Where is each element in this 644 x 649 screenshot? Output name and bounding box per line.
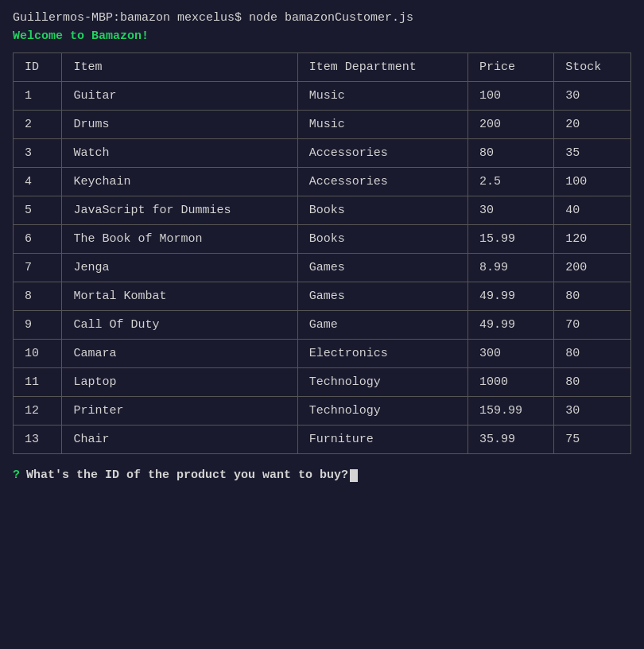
table-cell-id: 6 <box>14 225 62 254</box>
table-cell-department: Game <box>297 311 467 340</box>
table-cell-department: Games <box>297 254 467 282</box>
table-cell-stock: 120 <box>554 225 631 254</box>
prompt-question: What's the ID of the product you want to… <box>26 468 348 482</box>
table-cell-item: Drums <box>62 111 297 139</box>
prompt-line: ? What's the ID of the product you want … <box>13 468 631 482</box>
table-cell-stock: 40 <box>554 196 631 225</box>
table-cell-department: Technology <box>297 397 467 426</box>
col-header-department: Item Department <box>297 53 467 82</box>
table-cell-stock: 35 <box>554 139 631 168</box>
table-row: 7JengaGames8.99200 <box>14 254 631 282</box>
table-cell-price: 2.5 <box>467 168 553 196</box>
table-cell-stock: 70 <box>554 311 631 340</box>
table-cell-item: Call Of Duty <box>62 311 297 340</box>
table-cell-id: 11 <box>14 368 62 397</box>
table-header-row: ID Item Item Department Price Stock <box>14 53 631 82</box>
table-cell-item: Chair <box>62 426 297 454</box>
table-row: 5JavaScript for DummiesBooks3040 <box>14 196 631 225</box>
table-cell-department: Electronics <box>297 340 467 368</box>
table-cell-price: 159.99 <box>467 397 553 426</box>
table-cell-price: 30 <box>467 196 553 225</box>
table-cell-item: Keychain <box>62 168 297 196</box>
table-cell-item: Guitar <box>62 82 297 111</box>
table-cell-item: Camara <box>62 340 297 368</box>
table-cell-price: 49.99 <box>467 311 553 340</box>
table-cell-id: 8 <box>14 282 62 311</box>
table-cell-item: Mortal Kombat <box>62 282 297 311</box>
table-cell-price: 49.99 <box>467 282 553 311</box>
table-cell-department: Music <box>297 111 467 139</box>
table-row: 13ChairFurniture35.9975 <box>14 426 631 454</box>
col-header-stock: Stock <box>554 53 631 82</box>
table-row: 10CamaraElectronics30080 <box>14 340 631 368</box>
table-row: 12PrinterTechnology159.9930 <box>14 397 631 426</box>
table-cell-stock: 30 <box>554 82 631 111</box>
col-header-id: ID <box>14 53 62 82</box>
table-cell-id: 5 <box>14 196 62 225</box>
table-cell-price: 8.99 <box>467 254 553 282</box>
table-cell-id: 3 <box>14 139 62 168</box>
table-cell-item: Laptop <box>62 368 297 397</box>
table-cell-stock: 80 <box>554 340 631 368</box>
table-cell-item: Watch <box>62 139 297 168</box>
table-cell-department: Music <box>297 82 467 111</box>
table-cell-item: The Book of Mormon <box>62 225 297 254</box>
welcome-line: Welcome to Bamazon! <box>13 29 631 43</box>
table-cell-price: 80 <box>467 139 553 168</box>
table-cell-stock: 80 <box>554 282 631 311</box>
table-row: 2DrumsMusic20020 <box>14 111 631 139</box>
table-cell-price: 15.99 <box>467 225 553 254</box>
table-cell-stock: 75 <box>554 426 631 454</box>
table-cell-id: 9 <box>14 311 62 340</box>
table-row: 3WatchAccessories8035 <box>14 139 631 168</box>
table-cell-stock: 100 <box>554 168 631 196</box>
table-cell-stock: 30 <box>554 397 631 426</box>
table-row: 9Call Of DutyGame49.9970 <box>14 311 631 340</box>
table-cell-id: 1 <box>14 82 62 111</box>
terminal-header-line: Guillermos-MBP:bamazon mexcelus$ node ba… <box>13 10 631 26</box>
table-cell-department: Games <box>297 282 467 311</box>
table-cell-price: 35.99 <box>467 426 553 454</box>
prompt-cursor <box>350 469 358 482</box>
table-cell-item: JavaScript for Dummies <box>62 196 297 225</box>
table-cell-price: 100 <box>467 82 553 111</box>
table-cell-id: 2 <box>14 111 62 139</box>
table-cell-id: 4 <box>14 168 62 196</box>
table-row: 4KeychainAccessories2.5100 <box>14 168 631 196</box>
table-row: 8Mortal KombatGames49.9980 <box>14 282 631 311</box>
table-cell-id: 12 <box>14 397 62 426</box>
table-cell-id: 10 <box>14 340 62 368</box>
table-cell-department: Accessories <box>297 139 467 168</box>
table-cell-price: 1000 <box>467 368 553 397</box>
table-cell-stock: 200 <box>554 254 631 282</box>
table-cell-id: 13 <box>14 426 62 454</box>
col-header-price: Price <box>467 53 553 82</box>
col-header-item: Item <box>62 53 297 82</box>
table-cell-department: Accessories <box>297 168 467 196</box>
table-cell-stock: 80 <box>554 368 631 397</box>
table-cell-item: Jenga <box>62 254 297 282</box>
table-cell-price: 300 <box>467 340 553 368</box>
table-cell-item: Printer <box>62 397 297 426</box>
table-cell-department: Technology <box>297 368 467 397</box>
table-cell-department: Books <box>297 225 467 254</box>
table-cell-price: 200 <box>467 111 553 139</box>
table-cell-department: Books <box>297 196 467 225</box>
table-row: 1GuitarMusic10030 <box>14 82 631 111</box>
prompt-symbol: ? <box>13 468 20 482</box>
table-cell-stock: 20 <box>554 111 631 139</box>
table-row: 6The Book of MormonBooks15.99120 <box>14 225 631 254</box>
products-table: ID Item Item Department Price Stock 1Gui… <box>13 52 631 454</box>
table-cell-department: Furniture <box>297 426 467 454</box>
table-cell-id: 7 <box>14 254 62 282</box>
table-row: 11LaptopTechnology100080 <box>14 368 631 397</box>
